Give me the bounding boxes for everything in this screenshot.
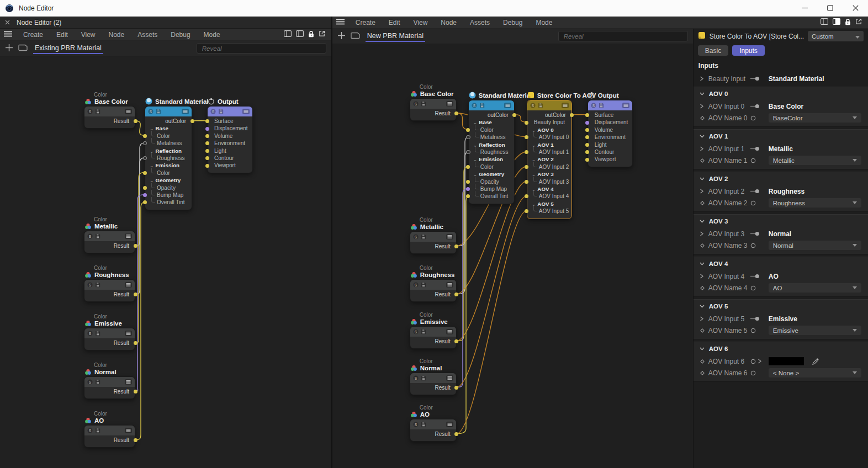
node-header[interactable]: S xyxy=(84,377,135,387)
left-node-graph[interactable]: Color Base Color S Result Color Metallic… xyxy=(0,56,331,468)
menu-edit[interactable]: Edit xyxy=(50,29,75,41)
port-row-result[interactable]: Result xyxy=(84,291,135,298)
material-tag-icon[interactable] xyxy=(351,32,361,41)
node-base-color[interactable]: Color Base Color S Result xyxy=(410,98,457,121)
node-output[interactable]: Output S SurfaceDisplacementVolumeEnviro… xyxy=(207,106,253,173)
node-menu-icon[interactable] xyxy=(446,329,453,334)
chevron-right-icon[interactable] xyxy=(694,76,708,81)
node-menu-icon[interactable] xyxy=(125,379,132,385)
split-right-panel-icon[interactable] xyxy=(296,30,304,39)
node-menu-icon[interactable] xyxy=(125,331,132,336)
node-header[interactable]: S xyxy=(410,327,456,337)
input-port-metalness[interactable] xyxy=(143,141,147,146)
input-port-displacement[interactable] xyxy=(205,127,209,131)
port-row-result[interactable]: Result xyxy=(410,243,456,250)
connected-port-icon[interactable] xyxy=(750,231,760,236)
input-port-volume[interactable] xyxy=(585,128,589,132)
node-header[interactable]: S xyxy=(527,100,571,110)
node-roughness[interactable]: Color Roughness S Result xyxy=(410,279,457,302)
close-button[interactable] xyxy=(843,0,868,16)
node-header[interactable]: S xyxy=(84,328,135,338)
input-port-aov-input-3[interactable] xyxy=(525,180,528,184)
breadcrumb[interactable]: New PBR Material xyxy=(366,30,425,42)
input-port-light[interactable] xyxy=(585,143,589,147)
node-header[interactable]: S xyxy=(84,107,135,116)
name-dropdown[interactable]: Normal xyxy=(769,241,861,250)
port-row-roughness[interactable]: Roughness xyxy=(469,148,514,156)
input-port-roughness[interactable] xyxy=(143,156,147,161)
menu-node[interactable]: Node xyxy=(434,17,463,29)
port-row-aov-input-2[interactable]: AOV Input 2 xyxy=(527,163,571,171)
node-standard-material[interactable]: Standard Material S outColor⌄BaseColorMe… xyxy=(468,100,515,204)
port-row-contour[interactable]: Contour xyxy=(588,148,632,156)
input-port-surface[interactable] xyxy=(585,113,589,117)
port-circle-icon[interactable] xyxy=(750,158,756,163)
chevron-right-icon[interactable] xyxy=(700,104,704,109)
aov-0-header[interactable]: AOV 0 xyxy=(694,87,868,100)
chevron-down-icon[interactable] xyxy=(700,347,705,350)
input-port-opacity[interactable] xyxy=(466,180,470,184)
chevron-right-icon[interactable] xyxy=(700,146,704,151)
menu-edit[interactable]: Edit xyxy=(382,17,407,29)
node-normal[interactable]: Color Normal S Result xyxy=(410,373,457,395)
port-row-volume[interactable]: Volume xyxy=(588,126,632,134)
node-header[interactable]: S xyxy=(84,426,135,435)
node-base-color[interactable]: Color Base Color S Result xyxy=(84,106,135,129)
node-header[interactable]: S xyxy=(410,99,456,109)
port-row-result[interactable]: Result xyxy=(410,430,456,438)
input-port-aov-input-1[interactable] xyxy=(525,150,528,154)
node-ao[interactable]: Color AO S Result xyxy=(84,425,135,448)
port-row-result[interactable]: Result xyxy=(84,118,135,125)
node-metallic[interactable]: Color Metallic S Result xyxy=(84,231,135,253)
name-dropdown[interactable]: Emissive xyxy=(769,326,861,335)
lock-icon[interactable] xyxy=(845,18,851,27)
node-header[interactable]: S xyxy=(84,231,135,241)
aov-0-name-row[interactable]: AOV Name 0 BaseColor xyxy=(694,112,868,124)
node-header[interactable]: S xyxy=(410,232,456,242)
input-port-color[interactable] xyxy=(466,165,470,169)
node-menu-icon[interactable] xyxy=(446,282,453,288)
node-menu-icon[interactable] xyxy=(504,103,511,108)
input-port-displacement[interactable] xyxy=(585,121,589,125)
node-header[interactable]: S xyxy=(410,373,456,383)
port-row-contour[interactable]: Contour xyxy=(208,155,252,162)
port-row-result[interactable]: Result xyxy=(84,388,135,395)
aov-1-header[interactable]: AOV 1 xyxy=(694,130,868,143)
output-port-result[interactable] xyxy=(134,292,137,296)
input-port-viewport[interactable] xyxy=(205,164,209,168)
output-port-result[interactable] xyxy=(134,119,137,123)
input-port-overall-tint[interactable] xyxy=(466,194,470,198)
input-port-color[interactable] xyxy=(143,134,147,138)
open-external-icon[interactable] xyxy=(855,18,862,26)
input-port-environment[interactable] xyxy=(585,135,589,139)
split-left-panel-icon[interactable] xyxy=(821,18,828,26)
input-port-surface[interactable] xyxy=(205,119,209,123)
connected-port-icon[interactable] xyxy=(750,274,760,279)
input-port-aov-input-5[interactable] xyxy=(525,209,528,213)
node-menu-icon[interactable] xyxy=(125,282,132,288)
port-row-light[interactable]: Light xyxy=(588,141,632,148)
aov-6-header[interactable]: AOV 6 xyxy=(694,342,868,355)
add-node-icon[interactable] xyxy=(337,31,346,41)
port-row-outcolor[interactable]: outColor xyxy=(145,118,192,125)
port-circle-icon[interactable] xyxy=(750,243,756,248)
tab-node-editor-2[interactable]: Node Editor (2) xyxy=(17,19,61,26)
lock-icon[interactable] xyxy=(308,30,314,39)
name-dropdown[interactable]: Roughness xyxy=(769,198,861,208)
material-tag-icon[interactable] xyxy=(18,44,28,53)
node-menu-icon[interactable] xyxy=(446,422,453,427)
node-header[interactable]: S xyxy=(208,107,252,116)
input-port-contour[interactable] xyxy=(205,156,209,160)
port-row-roughness[interactable]: Roughness xyxy=(145,155,192,162)
mode-dropdown[interactable]: Custom xyxy=(808,31,864,41)
menu-assets[interactable]: Assets xyxy=(463,17,496,29)
aov-3-input-row[interactable]: AOV Input 3 Normal xyxy=(694,228,868,240)
aov-6-name-row[interactable]: AOV Name 6 < None > xyxy=(694,367,868,379)
beauty-input-row[interactable]: Beauty Input Standard Material xyxy=(694,73,868,84)
aov-5-header[interactable]: AOV 5 xyxy=(694,300,868,313)
aov-2-name-row[interactable]: AOV Name 2 Roughness xyxy=(694,197,868,209)
node-menu-icon[interactable] xyxy=(446,234,453,240)
node-emissive[interactable]: Color Emissive S Result xyxy=(84,328,135,350)
output-port-result[interactable] xyxy=(134,341,137,345)
port-row-light[interactable]: Light xyxy=(208,147,252,155)
